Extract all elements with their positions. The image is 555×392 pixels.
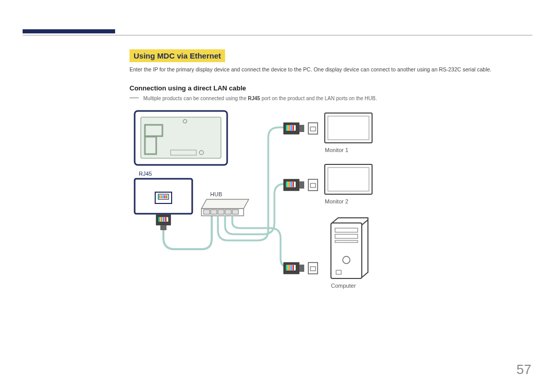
svg-rect-11 (161, 195, 162, 198)
svg-rect-44 (308, 179, 318, 191)
svg-rect-59 (331, 223, 362, 278)
note-suffix: port on the product and the LAN ports on… (260, 96, 377, 101)
header-accent-bar (23, 29, 115, 33)
svg-rect-24 (211, 210, 217, 214)
svg-rect-31 (288, 125, 290, 130)
svg-rect-25 (218, 210, 224, 214)
svg-rect-20 (165, 217, 166, 221)
page-number: 57 (516, 362, 531, 378)
svg-rect-62 (335, 240, 358, 242)
svg-rect-19 (163, 217, 164, 221)
svg-rect-40 (288, 182, 290, 187)
note-bold: RJ45 (248, 96, 260, 101)
label-computer: Computer (331, 283, 356, 289)
svg-rect-41 (290, 182, 292, 187)
svg-rect-53 (308, 263, 318, 274)
svg-rect-52 (299, 265, 304, 272)
svg-rect-61 (335, 234, 358, 238)
label-hub: HUB (210, 191, 222, 197)
svg-rect-14 (166, 195, 168, 198)
svg-rect-17 (159, 217, 160, 221)
svg-rect-34 (299, 125, 304, 132)
header-rule (23, 35, 532, 35)
svg-rect-54 (310, 267, 316, 271)
intro-paragraph: Enter the IP for the primary display dev… (130, 66, 524, 74)
note-prefix: Multiple products can be connected using… (143, 96, 248, 101)
svg-rect-55 (325, 113, 372, 143)
svg-rect-39 (286, 182, 288, 187)
svg-rect-56 (328, 116, 369, 140)
note-dash-icon (130, 98, 139, 98)
svg-rect-33 (292, 125, 294, 130)
svg-rect-12 (162, 195, 164, 198)
label-monitor2: Monitor 2 (325, 198, 348, 204)
svg-rect-49 (288, 265, 290, 270)
svg-rect-43 (299, 181, 304, 189)
svg-rect-23 (203, 210, 210, 214)
svg-rect-30 (286, 125, 288, 130)
svg-rect-1 (141, 117, 221, 158)
svg-rect-32 (290, 125, 292, 130)
svg-rect-27 (232, 210, 238, 214)
subsection-title: Connection using a direct LAN cable (130, 84, 246, 92)
svg-rect-45 (310, 183, 316, 188)
label-monitor1: Monitor 1 (325, 147, 348, 153)
svg-rect-36 (310, 127, 316, 131)
svg-rect-18 (161, 217, 162, 221)
svg-rect-35 (308, 123, 318, 134)
svg-rect-13 (164, 195, 166, 198)
svg-rect-60 (335, 228, 358, 232)
svg-rect-57 (325, 164, 372, 194)
svg-rect-64 (336, 270, 341, 274)
svg-rect-51 (292, 265, 294, 270)
svg-rect-58 (328, 167, 369, 191)
svg-rect-26 (225, 210, 231, 214)
svg-rect-50 (290, 265, 292, 270)
connection-diagram: RJ45 HUB Monitor 1 Monitor 2 Computer (130, 107, 386, 302)
svg-rect-42 (292, 182, 294, 187)
svg-rect-48 (286, 265, 288, 270)
svg-point-63 (343, 256, 350, 264)
section-title: Using MDC via Ethernet (130, 49, 225, 62)
note-line: Multiple products can be connected using… (130, 96, 524, 101)
svg-rect-21 (160, 225, 166, 230)
svg-rect-10 (159, 195, 160, 198)
label-rj45: RJ45 (139, 171, 152, 177)
